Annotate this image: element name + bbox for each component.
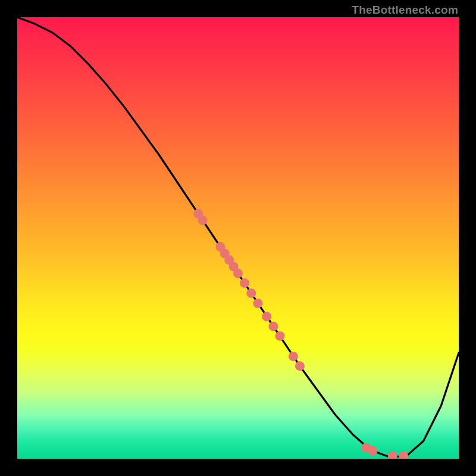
heat-gradient-background	[17, 17, 459, 459]
chart-canvas: TheBottleneck.com	[0, 0, 476, 476]
watermark-text: TheBottleneck.com	[352, 4, 458, 17]
plot-area	[17, 17, 459, 459]
